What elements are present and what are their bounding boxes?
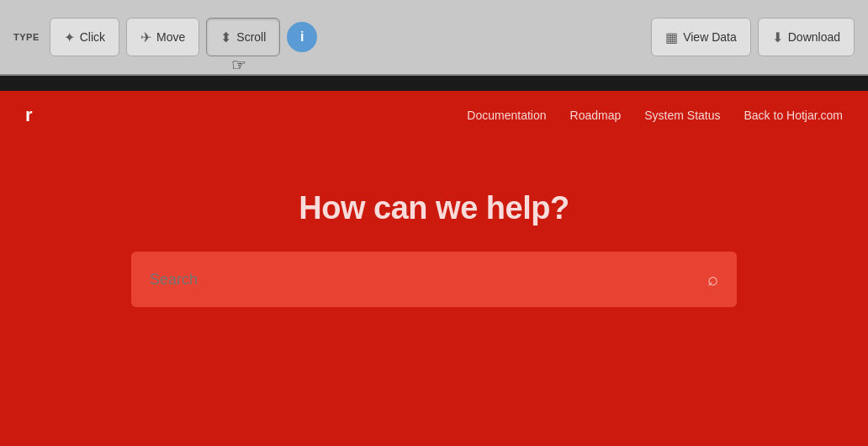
download-icon: ⬇ xyxy=(772,29,783,45)
download-button[interactable]: ⬇ Download xyxy=(758,18,855,56)
type-label: TYPE xyxy=(13,32,40,42)
click-icon: ✦ xyxy=(64,29,75,45)
toolbar: TYPE ✦ Click ✈ Move ⬍ Scroll ☞ i ▦ View … xyxy=(0,0,868,76)
right-toolbar-buttons: ▦ View Data ⬇ Download xyxy=(651,18,855,56)
click-button[interactable]: ✦ Click xyxy=(50,18,119,56)
documentation-link[interactable]: Documentation xyxy=(467,109,546,122)
search-icon: ⌕ xyxy=(707,268,718,290)
hero-section: How can we help? ⌕ xyxy=(0,140,868,307)
click-label: Click xyxy=(80,30,105,44)
dark-stripe xyxy=(0,76,868,91)
nav-link-roadmap[interactable]: Roadmap xyxy=(570,108,622,123)
move-icon: ✈ xyxy=(140,29,151,45)
cursor-indicator: ☞ xyxy=(231,55,246,75)
download-label: Download xyxy=(788,30,840,44)
scroll-label: Scroll xyxy=(236,30,266,44)
scroll-button[interactable]: ⬍ Scroll xyxy=(206,18,280,56)
nav-link-back-to-hotjar[interactable]: Back to Hotjar.com xyxy=(744,108,844,123)
scroll-icon: ⬍ xyxy=(220,29,231,45)
view-data-label: View Data xyxy=(683,30,737,44)
logo: r xyxy=(25,104,33,126)
nav-link-documentation[interactable]: Documentation xyxy=(467,108,546,123)
info-icon: i xyxy=(300,29,304,45)
nav-link-system-status[interactable]: System Status xyxy=(644,108,720,123)
nav-links: Documentation Roadmap System Status Back… xyxy=(467,108,843,123)
nav-bar: r Documentation Roadmap System Status Ba… xyxy=(0,91,868,140)
roadmap-link[interactable]: Roadmap xyxy=(570,109,622,122)
back-to-hotjar-link[interactable]: Back to Hotjar.com xyxy=(744,109,844,122)
move-label: Move xyxy=(156,30,185,44)
system-status-link[interactable]: System Status xyxy=(644,109,720,122)
hero-title: How can we help? xyxy=(299,190,569,226)
view-data-button[interactable]: ▦ View Data xyxy=(651,18,751,56)
view-data-icon: ▦ xyxy=(665,29,678,45)
main-content: r Documentation Roadmap System Status Ba… xyxy=(0,76,868,446)
search-input[interactable] xyxy=(150,271,707,289)
search-bar[interactable]: ⌕ xyxy=(131,252,737,307)
move-button[interactable]: ✈ Move xyxy=(126,18,199,56)
info-button[interactable]: i xyxy=(287,22,317,52)
